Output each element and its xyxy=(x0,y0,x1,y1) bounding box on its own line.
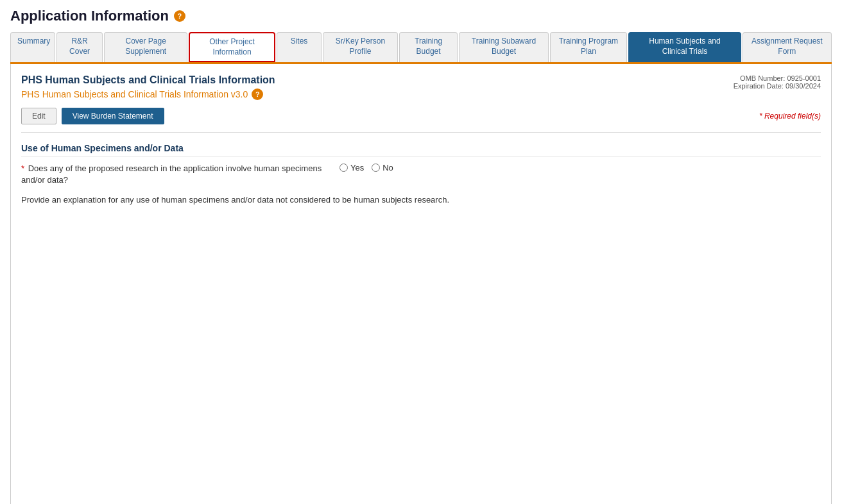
view-burden-button[interactable]: View Burden Statement xyxy=(62,108,164,124)
form-meta: OMB Number: 0925-0001 Expiration Date: 0… xyxy=(734,74,821,90)
form-header: PHS Human Subjects and Clinical Trials I… xyxy=(21,74,821,100)
form-title-block: PHS Human Subjects and Clinical Trials I… xyxy=(21,74,275,100)
section-use-of-human-specimens-title: Use of Human Specimens and/or Data xyxy=(21,143,821,156)
tab-cover-page-supplement[interactable]: Cover Page Supplement xyxy=(104,32,187,62)
explanation-label: Provide an explanation for any use of hu… xyxy=(21,194,449,502)
question1-radio-group: Yes No xyxy=(339,163,393,172)
question1-label: * Does any of the proposed research in t… xyxy=(21,163,329,186)
tab-assignment-request-form[interactable]: Assignment Request Form xyxy=(743,32,832,62)
page-help-icon[interactable]: ? xyxy=(174,10,185,22)
tab-sr-key-person-profile[interactable]: Sr/Key Person Profile xyxy=(323,32,398,62)
explanation-row: Provide an explanation for any use of hu… xyxy=(21,194,821,502)
omb-number: OMB Number: 0925-0001 xyxy=(734,74,821,82)
required-note: * Required field(s) xyxy=(759,112,821,121)
expiration-date: Expiration Date: 09/30/2024 xyxy=(734,82,821,90)
form-subtitle-text: PHS Human Subjects and Clinical Trials I… xyxy=(21,89,248,99)
tab-summary[interactable]: Summary xyxy=(10,32,55,62)
question1-yes-radio[interactable]: Yes xyxy=(339,163,364,172)
question1-no-input[interactable] xyxy=(372,164,380,172)
tab-training-budget[interactable]: Training Budget xyxy=(399,32,458,62)
page-title-text: Application Information xyxy=(10,8,169,24)
page-title: Application Information ? xyxy=(10,8,832,24)
form-title: PHS Human Subjects and Clinical Trials I… xyxy=(21,74,275,86)
tab-rr-cover[interactable]: R&R Cover xyxy=(56,32,103,62)
tab-training-program-plan[interactable]: Training Program Plan xyxy=(550,32,628,62)
required-star: * xyxy=(21,164,24,173)
tab-human-subjects-clinical-trials[interactable]: Human Subjects and Clinical Trials xyxy=(628,32,741,62)
tab-training-subaward-budget[interactable]: Training Subaward Budget xyxy=(459,32,548,62)
question1-label-text: Does any of the proposed research in the… xyxy=(21,164,322,185)
toolbar-left: Edit View Burden Statement xyxy=(21,108,164,124)
edit-button[interactable]: Edit xyxy=(21,108,56,124)
tab-navigation: Summary R&R Cover Cover Page Supplement … xyxy=(10,32,832,64)
question1-yes-input[interactable] xyxy=(339,164,348,172)
question1-controls: Yes No xyxy=(339,163,393,172)
toolbar: Edit View Burden Statement * Required fi… xyxy=(21,108,821,124)
tab-sites[interactable]: Sites xyxy=(277,32,322,62)
form-help-icon[interactable]: ? xyxy=(252,88,263,100)
toolbar-divider xyxy=(21,132,821,133)
tab-other-project-info[interactable]: Other Project Information xyxy=(189,32,275,62)
question1-row: * Does any of the proposed research in t… xyxy=(21,163,821,186)
main-content: PHS Human Subjects and Clinical Trials I… xyxy=(10,64,832,504)
form-subtitle: PHS Human Subjects and Clinical Trials I… xyxy=(21,88,275,100)
question1-no-radio[interactable]: No xyxy=(372,163,393,172)
